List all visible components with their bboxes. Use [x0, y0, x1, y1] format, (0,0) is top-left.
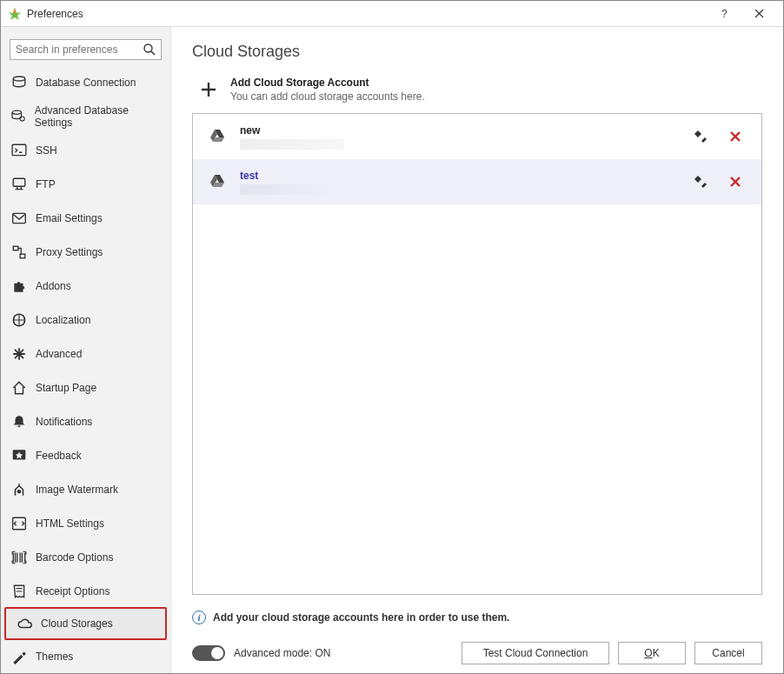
account-row[interactable]: new: [193, 114, 761, 159]
watermark-icon: [11, 482, 27, 497]
puzzle-icon: [11, 278, 27, 294]
account-name: test: [240, 170, 676, 182]
sidebar-item-label: Advanced Database Settings: [35, 104, 160, 129]
cancel-button[interactable]: Cancel: [694, 642, 762, 664]
sidebar-item-label: Notifications: [36, 416, 92, 428]
svg-point-3: [12, 110, 21, 114]
delete-button[interactable]: [725, 171, 746, 192]
bell-icon: [11, 414, 27, 430]
sidebar-item-label: Addons: [36, 280, 71, 292]
footer: Advanced mode: ON Test Cloud Connection …: [192, 637, 762, 664]
sidebar-item-watermark[interactable]: Image Watermark: [1, 472, 170, 506]
sidebar-item-ftp[interactable]: FTP: [1, 167, 170, 201]
sidebar-item-label: Email Settings: [36, 212, 103, 224]
search-input[interactable]: [10, 39, 162, 60]
receipt-icon: [11, 584, 27, 599]
ok-button[interactable]: OK: [618, 642, 686, 664]
sidebar-item-ssh[interactable]: SSH: [1, 133, 170, 167]
sidebar-item-label: Proxy Settings: [36, 246, 103, 258]
ftp-icon: [11, 177, 27, 192]
svg-point-2: [13, 77, 25, 81]
sidebar-item-label: Receipt Options: [36, 585, 110, 597]
sidebar-item-feedback[interactable]: Feedback: [1, 438, 170, 472]
main-panel: Cloud Storages Add Cloud Storage Account…: [171, 27, 783, 673]
home-icon: [11, 380, 27, 396]
connect-button[interactable]: [690, 171, 711, 192]
window-title: Preferences: [27, 8, 707, 20]
test-connection-button[interactable]: Test Cloud Connection: [462, 642, 609, 664]
google-drive-icon: [209, 128, 226, 145]
sidebar-item-label: Barcode Options: [36, 551, 113, 564]
sidebar-item-label: Cloud Storages: [41, 617, 113, 630]
plus-icon: [199, 80, 218, 99]
info-text: Add your cloud storage accounts here in …: [213, 611, 509, 624]
advanced-mode-label: Advanced mode: ON: [234, 647, 330, 659]
mail-icon: [11, 210, 27, 226]
sidebar-item-addons[interactable]: Addons: [1, 269, 170, 303]
sidebar-item-label: Localization: [36, 314, 90, 326]
html-icon: [11, 516, 27, 531]
svg-rect-5: [12, 144, 26, 155]
accounts-list: new test: [192, 113, 762, 595]
page-title: Cloud Storages: [192, 43, 762, 61]
svg-point-1: [144, 44, 152, 52]
sidebar-item-label: Startup Page: [36, 382, 96, 394]
sidebar-item-proxy[interactable]: Proxy Settings: [1, 235, 170, 269]
globe-icon: [11, 312, 27, 328]
svg-point-12: [17, 490, 22, 494]
add-account-subtitle: You can add cloud storage accounts here.: [230, 90, 425, 103]
proxy-icon: [11, 244, 27, 260]
barcode-icon: [11, 550, 27, 565]
google-drive-icon: [209, 173, 226, 190]
close-button[interactable]: [741, 2, 776, 26]
sidebar-item-localization[interactable]: Localization: [1, 303, 170, 337]
delete-button[interactable]: [725, 126, 746, 147]
sidebar-item-themes[interactable]: Themes: [1, 639, 170, 673]
database-gear-icon: [11, 109, 26, 124]
themes-icon: [11, 649, 27, 664]
sidebar-item-label: Image Watermark: [36, 484, 118, 496]
sidebar-list: Database Connection Advanced Database Se…: [1, 65, 170, 673]
database-link-icon: [11, 75, 27, 90]
sidebar-item-label: HTML Settings: [36, 517, 104, 530]
asterisk-icon: [11, 346, 27, 362]
sidebar-item-notifications[interactable]: Notifications: [1, 404, 170, 438]
sidebar-item-cloud-storages[interactable]: Cloud Storages: [4, 607, 167, 640]
terminal-icon: [11, 143, 27, 158]
sidebar-item-label: SSH: [36, 144, 57, 157]
star-icon: [11, 448, 27, 464]
add-account-title: Add Cloud Storage Account: [230, 77, 425, 89]
sidebar-item-label: Advanced: [36, 348, 82, 360]
help-button[interactable]: ?: [707, 2, 741, 26]
sidebar-item-startup[interactable]: Startup Page: [1, 370, 170, 404]
svg-point-4: [20, 117, 24, 121]
sidebar-item-html[interactable]: HTML Settings: [1, 506, 170, 540]
sidebar-item-advanced[interactable]: Advanced: [1, 337, 170, 370]
sidebar-item-receipt[interactable]: Receipt Options: [1, 574, 170, 608]
svg-rect-9: [20, 254, 25, 258]
account-row[interactable]: test: [193, 159, 761, 204]
titlebar: Preferences ?: [1, 1, 783, 27]
add-account-row[interactable]: Add Cloud Storage Account You can add cl…: [192, 77, 762, 103]
svg-rect-6: [13, 178, 25, 186]
cloud-icon: [17, 616, 32, 631]
account-name: new: [240, 124, 676, 137]
account-detail-blur: [240, 184, 344, 195]
sidebar-item-label: FTP: [36, 178, 56, 190]
svg-text:?: ?: [721, 9, 728, 19]
info-row: i Add your cloud storage accounts here i…: [192, 611, 762, 624]
connect-button[interactable]: [690, 126, 711, 147]
sidebar-item-database-connection[interactable]: Database Connection: [1, 65, 170, 99]
sidebar-item-label: Database Connection: [36, 77, 136, 89]
sidebar-item-email[interactable]: Email Settings: [1, 201, 170, 235]
app-icon: [8, 7, 22, 21]
advanced-mode-toggle[interactable]: [192, 645, 225, 661]
info-icon: i: [192, 611, 206, 624]
sidebar: Database Connection Advanced Database Se…: [1, 27, 171, 673]
sidebar-item-advanced-database[interactable]: Advanced Database Settings: [1, 99, 170, 133]
sidebar-item-barcode[interactable]: Barcode Options: [1, 540, 170, 574]
account-detail-blur: [240, 139, 344, 150]
sidebar-item-label: Themes: [36, 651, 73, 663]
sidebar-item-label: Feedback: [36, 450, 82, 462]
search-icon: [143, 43, 156, 57]
